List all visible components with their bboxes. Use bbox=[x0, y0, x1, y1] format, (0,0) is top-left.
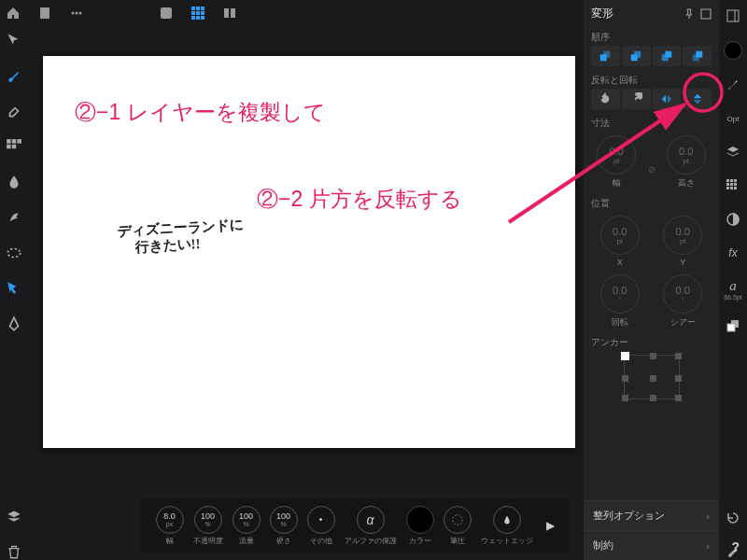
unit: % bbox=[280, 521, 286, 527]
transform-studio-icon[interactable] bbox=[725, 317, 741, 334]
rotate-cw-button[interactable] bbox=[622, 89, 651, 109]
trash-icon[interactable] bbox=[6, 543, 22, 560]
label: 幅 bbox=[166, 536, 174, 546]
svg-rect-4 bbox=[161, 7, 172, 19]
wet-edge-control[interactable] bbox=[493, 506, 521, 534]
y-input[interactable]: 0.0pt bbox=[663, 216, 702, 255]
order-front-button[interactable] bbox=[683, 46, 712, 66]
color-swatch[interactable] bbox=[406, 506, 434, 534]
adjustments-studio-icon[interactable] bbox=[725, 211, 741, 228]
brush-tool-icon[interactable] bbox=[6, 67, 22, 84]
svg-rect-12 bbox=[196, 16, 200, 20]
flow-control[interactable]: 100% bbox=[233, 506, 261, 534]
marquee-tool-icon[interactable] bbox=[6, 280, 22, 297]
collapse-studio-icon[interactable] bbox=[725, 7, 741, 24]
pixel-persona-icon[interactable] bbox=[190, 6, 205, 21]
fill-tool-icon[interactable] bbox=[6, 138, 22, 155]
value: 100 bbox=[239, 512, 253, 521]
svg-rect-0 bbox=[40, 7, 49, 19]
smudge-tool-icon[interactable] bbox=[6, 174, 22, 190]
align-options-button[interactable]: 整列オプション› bbox=[584, 500, 719, 530]
move-tool-icon[interactable] bbox=[6, 32, 22, 49]
constraints-button[interactable]: 制約› bbox=[584, 530, 719, 560]
brush-width-control[interactable]: 8.0px bbox=[156, 506, 184, 534]
history-studio-icon[interactable] bbox=[725, 510, 741, 526]
link-dims-icon[interactable]: ⊘ bbox=[648, 151, 655, 175]
more-options-control[interactable] bbox=[307, 506, 335, 534]
eraser-tool-icon[interactable] bbox=[6, 103, 22, 119]
x-input[interactable]: 0.0pt bbox=[600, 216, 640, 255]
label: 流量 bbox=[239, 536, 254, 546]
flip-horizontal-button[interactable] bbox=[653, 89, 682, 109]
color-studio-icon[interactable] bbox=[724, 41, 742, 60]
svg-rect-17 bbox=[12, 139, 17, 144]
svg-rect-6 bbox=[196, 7, 200, 10]
document-icon[interactable] bbox=[37, 6, 52, 21]
svg-point-21 bbox=[7, 249, 21, 258]
unit: ° bbox=[682, 296, 684, 304]
section-flip-label: 反転と回転 bbox=[584, 70, 719, 89]
width-input[interactable]: 0.0pt bbox=[597, 135, 636, 175]
text-studio-icon[interactable]: a86.5pt bbox=[725, 278, 741, 301]
chevron-right-icon: › bbox=[706, 511, 710, 522]
svg-rect-23 bbox=[701, 9, 711, 19]
persona-icon[interactable] bbox=[159, 6, 174, 21]
expand-panel-icon[interactable] bbox=[700, 8, 712, 20]
hardness-control[interactable]: 100% bbox=[270, 506, 298, 534]
rotate-ccw-button[interactable] bbox=[591, 89, 620, 109]
studio-sidebar: Opt fx a86.5pt bbox=[719, 0, 747, 560]
swatches-studio-icon[interactable] bbox=[725, 177, 741, 194]
unit: % bbox=[204, 521, 210, 527]
layers-icon[interactable] bbox=[6, 508, 22, 525]
selection-tool-icon[interactable] bbox=[6, 245, 22, 261]
svg-rect-20 bbox=[12, 145, 17, 149]
expand-toolbar-icon[interactable]: ▶ bbox=[546, 519, 555, 532]
unit: pt bbox=[680, 237, 686, 245]
order-forward-button[interactable] bbox=[653, 46, 682, 66]
svg-rect-45 bbox=[727, 324, 735, 331]
svg-rect-7 bbox=[201, 7, 204, 10]
label: その他 bbox=[310, 536, 332, 546]
svg-rect-15 bbox=[231, 8, 235, 18]
unit: pt bbox=[613, 157, 620, 165]
alpha-symbol: α bbox=[367, 512, 374, 527]
canvas-handwriting: ディズニーランドに 行きたい!! bbox=[117, 216, 245, 256]
value: 0.0 bbox=[676, 285, 690, 296]
label: カラー bbox=[409, 536, 431, 546]
svg-point-22 bbox=[452, 514, 462, 525]
label: Y bbox=[655, 258, 712, 267]
order-back-button[interactable] bbox=[591, 46, 620, 66]
svg-rect-41 bbox=[730, 187, 733, 189]
size-readout[interactable]: Opt bbox=[725, 110, 741, 127]
shear-input[interactable]: 0.0° bbox=[663, 274, 702, 314]
help-button[interactable]: ? bbox=[731, 539, 740, 554]
brush-studio-icon[interactable] bbox=[725, 77, 741, 93]
pin-panel-icon[interactable] bbox=[684, 8, 695, 20]
section-dims-label: 寸法 bbox=[584, 113, 719, 132]
effects-studio-icon[interactable]: fx bbox=[725, 245, 741, 261]
clone-tool-icon[interactable] bbox=[6, 209, 22, 226]
section-order-label: 順序 bbox=[584, 27, 719, 46]
export-persona-icon[interactable] bbox=[222, 6, 237, 21]
layers-studio-icon[interactable] bbox=[725, 144, 741, 161]
pen-tool-icon[interactable] bbox=[6, 315, 22, 332]
more-icon[interactable] bbox=[69, 6, 84, 21]
height-input[interactable]: 0.0pt bbox=[667, 135, 706, 175]
flip-vertical-button[interactable] bbox=[683, 89, 712, 109]
label: 回転 bbox=[591, 316, 649, 329]
rotation-input[interactable]: 0.0° bbox=[600, 274, 640, 314]
order-backward-button[interactable] bbox=[622, 46, 651, 66]
svg-point-2 bbox=[76, 12, 78, 15]
opacity-control[interactable]: 100% bbox=[194, 506, 222, 534]
anchor-selector[interactable] bbox=[624, 355, 680, 399]
value: 100 bbox=[276, 512, 290, 521]
pressure-control[interactable] bbox=[444, 506, 472, 534]
svg-rect-25 bbox=[604, 51, 611, 58]
label: 高さ bbox=[661, 177, 712, 189]
home-icon[interactable] bbox=[6, 6, 21, 21]
svg-rect-32 bbox=[727, 10, 739, 21]
value: 0.0 bbox=[613, 285, 627, 296]
svg-rect-13 bbox=[201, 16, 204, 20]
svg-rect-10 bbox=[201, 11, 204, 15]
protect-alpha-control[interactable]: α bbox=[357, 506, 385, 534]
